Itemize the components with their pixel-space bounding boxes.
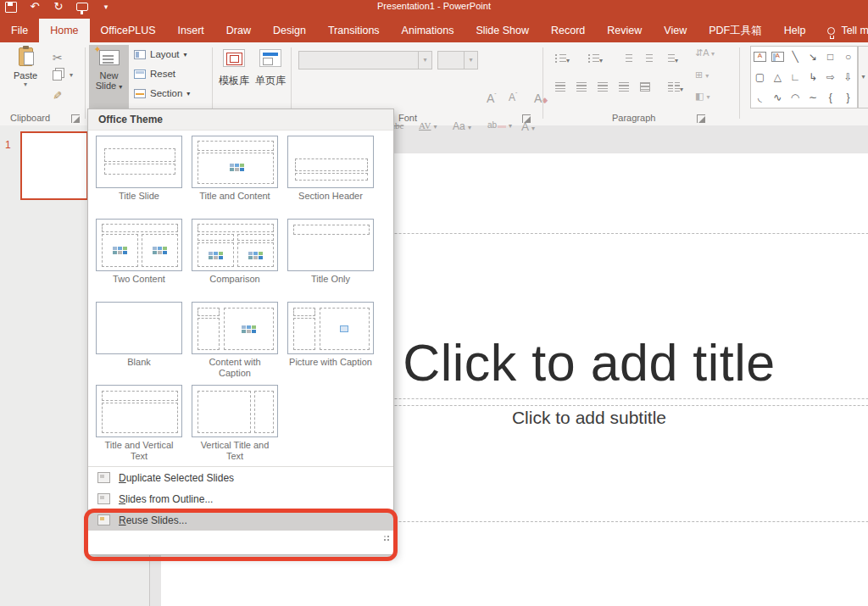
- font-dialog-launcher[interactable]: [522, 114, 531, 123]
- layout-content-with-caption[interactable]: Content with Caption: [192, 302, 278, 380]
- right-brace-icon[interactable]: }: [847, 92, 850, 103]
- tab-review[interactable]: Review: [596, 19, 653, 42]
- tell-me-label: Tell me what: [841, 19, 868, 42]
- tab-help[interactable]: Help: [773, 19, 817, 42]
- template-library-button[interactable]: 模板库: [216, 49, 252, 88]
- bullets-button[interactable]: ▾: [555, 51, 570, 66]
- duplicate-slides-icon: [97, 472, 110, 483]
- shrink-font-button[interactable]: Aˇ: [509, 92, 517, 103]
- scribble-icon[interactable]: ∿: [773, 92, 782, 103]
- align-center-button[interactable]: [576, 80, 587, 95]
- window-title: Presentation1 - PowerPoint: [0, 1, 868, 11]
- menu-item-reuse-slides[interactable]: Reuse Slides...: [88, 509, 393, 531]
- highlight-color-button[interactable]: ab ▾: [487, 120, 512, 130]
- layout-comparison[interactable]: Comparison: [192, 219, 278, 297]
- decrease-indent-button[interactable]: [621, 51, 632, 66]
- page-library-icon: [259, 49, 281, 67]
- shapes-gallery: A A ╲ ↘ □ ○ ▢ △ ∟ ↳ ⇨ ⇩ ◟ ∿ ◠ ∼ { }: [750, 46, 858, 108]
- section-button[interactable]: Section▾: [134, 88, 190, 98]
- layout-blank[interactable]: Blank: [96, 302, 182, 380]
- clipboard-dialog-launcher[interactable]: [71, 114, 80, 123]
- grow-font-button[interactable]: Aˆ: [487, 92, 497, 105]
- tab-officeplus[interactable]: OfficePLUS: [90, 19, 167, 42]
- menu-item-slides-from-outline[interactable]: Slides from Outline...: [88, 488, 393, 509]
- layout-title-and-content[interactable]: Title and Content: [192, 136, 278, 214]
- convert-smartart-button[interactable]: ◧ ▾: [695, 91, 709, 102]
- paragraph-group-label: Paragraph: [612, 113, 655, 123]
- dropdown-resize-grip[interactable]: [88, 531, 393, 544]
- change-case-button[interactable]: Aa ▾: [453, 120, 471, 132]
- elbow-arrow-connector-icon[interactable]: ↳: [809, 72, 817, 82]
- tab-transitions[interactable]: Transitions: [317, 19, 391, 42]
- triangle-icon[interactable]: △: [774, 72, 782, 82]
- align-right-button[interactable]: [598, 80, 608, 95]
- layout-vertical-title-and-text[interactable]: Vertical Title and Text: [192, 385, 278, 463]
- tab-insert[interactable]: Insert: [167, 19, 215, 42]
- layout-section-header[interactable]: Section Header: [287, 136, 374, 214]
- new-slide-dropdown: Office Theme Title Slide Title and Conte…: [87, 108, 394, 555]
- new-slide-button[interactable]: New Slide ▾: [89, 45, 129, 109]
- line-icon[interactable]: ╲: [792, 52, 798, 62]
- numbering-button[interactable]: ▾: [588, 51, 603, 66]
- text-box-icon[interactable]: A: [754, 52, 766, 62]
- tell-me-box[interactable]: Tell me what: [816, 19, 868, 42]
- text-direction-button[interactable]: ⇵A ▾: [695, 47, 715, 58]
- font-name-combobox[interactable]: ▾: [298, 51, 432, 69]
- reset-icon: [134, 69, 146, 79]
- vertical-text-box-icon[interactable]: A: [771, 52, 784, 62]
- menu-item-duplicate-selected-slides[interactable]: Duplicate Selected Slides: [88, 467, 393, 488]
- reset-button[interactable]: Reset: [134, 69, 175, 79]
- slide-thumbnail[interactable]: [20, 131, 88, 200]
- cut-icon[interactable]: ✂: [53, 51, 63, 64]
- line-arrow-icon[interactable]: ↘: [809, 52, 817, 62]
- tab-slideshow[interactable]: Slide Show: [465, 19, 540, 42]
- page-library-button[interactable]: 单页库: [253, 49, 288, 88]
- down-arrow-icon[interactable]: ⇩: [844, 72, 853, 82]
- paste-dropdown-arrow[interactable]: ▾: [24, 81, 27, 88]
- tab-view[interactable]: View: [653, 19, 698, 42]
- layout-picture-with-caption[interactable]: Picture with Caption: [287, 302, 374, 380]
- character-spacing-button[interactable]: AV ▾: [419, 120, 437, 131]
- font-size-combobox[interactable]: ▾: [437, 51, 478, 69]
- copy-icon[interactable]: [53, 70, 62, 81]
- oval-icon[interactable]: ○: [845, 52, 851, 62]
- format-painter-icon[interactable]: ✎: [51, 91, 64, 100]
- clear-formatting-button[interactable]: A◆: [534, 92, 548, 105]
- layout-button[interactable]: Layout▾: [134, 49, 187, 59]
- rectangle-icon[interactable]: □: [827, 52, 833, 62]
- rounded-rectangle-icon[interactable]: ▢: [755, 72, 765, 82]
- columns-button[interactable]: ▾: [668, 80, 683, 95]
- layout-title-slide[interactable]: Title Slide: [96, 136, 182, 214]
- paste-button[interactable]: Paste ▾: [7, 47, 44, 88]
- align-left-button[interactable]: [555, 80, 565, 95]
- increase-indent-button[interactable]: [642, 51, 653, 66]
- tab-home[interactable]: Home: [39, 19, 89, 42]
- line-spacing-button[interactable]: ▾: [664, 51, 678, 66]
- freeform-icon[interactable]: ◟: [758, 92, 762, 103]
- tab-pdf-tools[interactable]: PDF工具箱: [698, 19, 773, 42]
- tab-design[interactable]: Design: [262, 19, 317, 42]
- distribute-button[interactable]: [640, 80, 650, 95]
- lightbulb-icon: [827, 27, 835, 35]
- left-brace-icon[interactable]: {: [829, 92, 832, 103]
- ribbon-tab-bar: File Home OfficePLUS Insert Draw Design …: [0, 19, 868, 42]
- layout-title-and-vertical-text[interactable]: Title and Vertical Text: [96, 385, 182, 463]
- curve-icon[interactable]: ∼: [809, 92, 817, 103]
- slide-number: 1: [5, 139, 11, 151]
- reuse-slides-icon: [97, 514, 110, 525]
- paragraph-dialog-launcher[interactable]: [697, 114, 705, 123]
- right-arrow-icon[interactable]: ⇨: [826, 72, 835, 82]
- arc-icon[interactable]: ◠: [791, 92, 799, 103]
- justify-button[interactable]: [619, 80, 629, 95]
- copy-dropdown-arrow[interactable]: ▾: [70, 71, 73, 79]
- tab-draw[interactable]: Draw: [215, 19, 262, 42]
- tab-animations[interactable]: Animations: [391, 19, 465, 42]
- tab-record[interactable]: Record: [540, 19, 596, 42]
- tab-file[interactable]: File: [0, 19, 39, 42]
- shapes-gallery-scrollbar[interactable]: ▾: [858, 46, 868, 108]
- align-text-button[interactable]: ⊞ ▾: [695, 69, 709, 81]
- elbow-connector-icon[interactable]: ∟: [790, 72, 800, 82]
- layout-two-content[interactable]: Two Content: [96, 219, 182, 297]
- layout-grid: Title Slide Title and Content Section He…: [88, 131, 393, 463]
- layout-title-only[interactable]: Title Only: [287, 219, 374, 297]
